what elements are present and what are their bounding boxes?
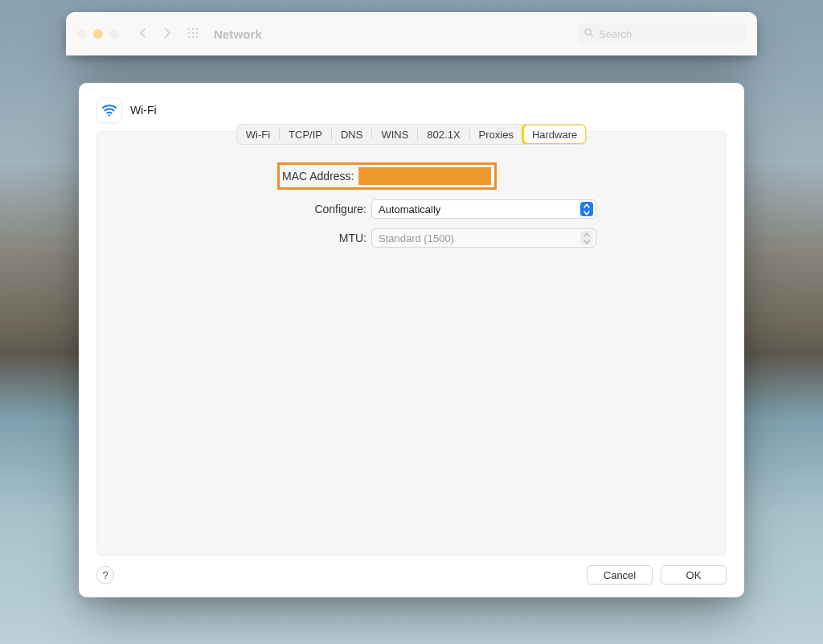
svg-point-9 — [585, 29, 591, 35]
back-button[interactable] — [137, 27, 149, 42]
tab-hardware[interactable]: Hardware — [523, 125, 586, 144]
tab-wifi[interactable]: Wi-Fi — [237, 125, 279, 144]
forward-button[interactable] — [161, 27, 174, 42]
minimize-window-button[interactable] — [93, 29, 103, 39]
svg-point-7 — [192, 35, 194, 38]
svg-point-8 — [196, 35, 199, 38]
svg-point-6 — [188, 35, 190, 38]
window-traffic-lights — [77, 29, 119, 39]
svg-point-0 — [188, 27, 190, 30]
svg-line-10 — [591, 35, 592, 36]
svg-point-5 — [196, 31, 199, 34]
help-button[interactable]: ? — [96, 566, 114, 584]
configure-label: Configure: — [110, 203, 371, 215]
form-area: MAC Address: Configure: Automatically — [110, 162, 713, 257]
up-down-stepper-icon — [580, 231, 593, 245]
search-field[interactable] — [577, 23, 746, 44]
mac-address-value-redacted — [358, 167, 491, 185]
tabs-segmented-control: Wi-Fi TCP/IP DNS WINS 802.1X Proxies Har… — [236, 124, 588, 145]
sheet-body: Wi-Fi TCP/IP DNS WINS 802.1X Proxies Har… — [96, 131, 727, 556]
nav-arrows — [137, 27, 174, 42]
up-down-stepper-icon — [580, 202, 593, 216]
svg-point-4 — [192, 31, 194, 34]
mtu-row: MTU: Standard (1500) — [110, 228, 713, 248]
svg-point-2 — [196, 27, 199, 30]
tab-proxies[interactable]: Proxies — [470, 125, 522, 144]
desktop-background: Network Wi-Fi — [0, 0, 823, 644]
svg-point-3 — [188, 31, 190, 34]
window-title: Network — [214, 27, 262, 41]
cancel-button[interactable]: Cancel — [587, 565, 653, 585]
system-preferences-window: Network Wi-Fi — [66, 12, 757, 55]
svg-point-11 — [109, 114, 110, 116]
configure-row: Configure: Automatically — [110, 199, 713, 219]
search-input[interactable] — [599, 28, 739, 40]
tabs-row: Wi-Fi TCP/IP DNS WINS 802.1X Proxies Har… — [110, 124, 713, 145]
zoom-window-button[interactable] — [109, 29, 119, 39]
sheet-footer: ? Cancel OK — [96, 565, 727, 585]
wifi-hardware-sheet: Wi-Fi Wi-Fi TCP/IP DNS WINS 802.1X Proxi… — [79, 83, 744, 597]
mac-address-label: MAC Address: — [282, 170, 358, 183]
mtu-select-value: Standard (1500) — [379, 232, 454, 244]
tab-wins[interactable]: WINS — [372, 125, 417, 144]
mac-address-row: MAC Address: — [280, 162, 713, 190]
close-window-button[interactable] — [77, 29, 87, 39]
tab-tcpip[interactable]: TCP/IP — [280, 125, 331, 144]
sheet-header: Wi-Fi — [96, 97, 727, 123]
mtu-select: Standard (1500) — [371, 228, 596, 248]
window-titlebar: Network — [66, 12, 757, 55]
mac-address-highlight: MAC Address: — [277, 162, 497, 190]
svg-point-1 — [192, 27, 194, 30]
sheet-title: Wi-Fi — [130, 104, 157, 117]
wifi-icon — [96, 97, 122, 123]
mtu-label: MTU: — [110, 232, 371, 244]
search-icon — [583, 27, 594, 40]
ok-button[interactable]: OK — [661, 565, 727, 585]
show-all-grid-icon[interactable] — [186, 27, 199, 42]
tab-dns[interactable]: DNS — [332, 125, 371, 144]
configure-select-value: Automatically — [379, 203, 440, 215]
configure-select[interactable]: Automatically — [371, 199, 596, 219]
tab-8021x[interactable]: 802.1X — [418, 125, 469, 144]
